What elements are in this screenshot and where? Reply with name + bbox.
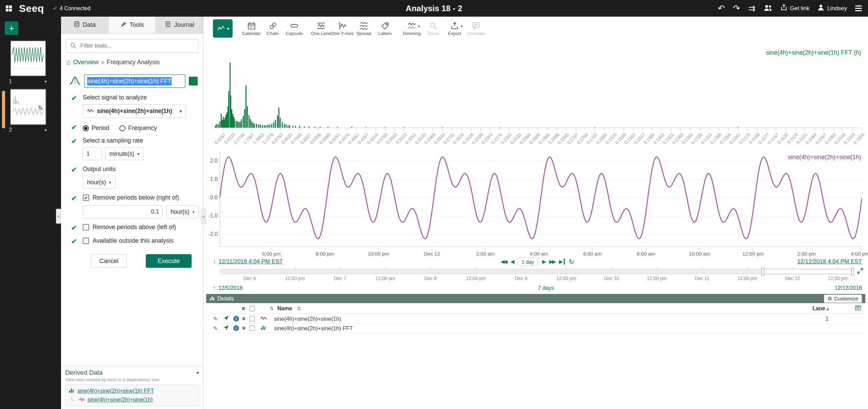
tab-journal[interactable]: Journal [156,17,203,33]
derived-data-header[interactable]: Derived Data ▾ [65,369,199,376]
frequency-radio[interactable]: Frequency [119,125,157,132]
sampling-unit-select[interactable]: minute(s) ▾ [105,147,144,160]
toolbar-annotate[interactable]: Annotate [465,19,487,36]
get-link-button[interactable]: Get link [781,4,810,13]
investigate-range-duration[interactable]: 7 days [538,285,554,291]
toolbar-one-y-axis[interactable]: One Y-Axis [332,19,353,36]
lane-column-header[interactable]: Lane ▴ [810,305,829,312]
available-outside-checkbox-row[interactable]: Available outside this analysis [83,237,198,244]
toolbar-one-lane[interactable]: One Lane [310,19,332,36]
remove-icon[interactable]: ✖ [242,316,246,321]
row-checkbox[interactable] [250,316,255,321]
fft-bar [328,127,329,128]
redo-icon[interactable]: ↷ [733,4,740,13]
step-backward-icon[interactable]: ◀ [511,259,514,265]
sort-icon[interactable]: ⇅ [270,306,274,311]
breadcrumb-overview-link[interactable]: Overview [73,59,99,66]
step-forward-icon[interactable]: ▶ [542,259,545,265]
display-range-start[interactable]: 12/11/2018 4:04 PM EST [219,258,283,265]
view-mode-button[interactable]: ▾ [213,19,233,38]
selected-range-region[interactable] [763,269,853,274]
refresh-icon[interactable]: ↻ [569,258,574,266]
toolbar-dimming[interactable]: ▾ Dimming [401,19,422,36]
pencil-icon[interactable]: ✎ [213,315,218,322]
signal-chart[interactable] [220,152,862,247]
execute-button[interactable]: Execute [146,254,192,268]
remove-icon[interactable]: ✖ [242,326,246,331]
send-icon[interactable] [223,325,229,332]
fft-x-tick [347,128,347,131]
row-checkbox[interactable] [250,326,255,331]
worksheet-1-menu-icon[interactable]: ▾ [44,79,47,84]
undo-icon[interactable]: ↶ [718,4,725,13]
tab-tools[interactable]: Tools [108,17,156,33]
toolbar-spread[interactable]: Spread [353,19,374,36]
investigate-range-end[interactable]: 12/12/2018 [835,285,862,291]
fft-x-tick [585,128,586,131]
sampling-rate-input[interactable] [83,147,102,160]
fft-chart[interactable] [214,51,862,128]
row-name[interactable]: sine(4h)+sine(2h)+sine(1h) FFT [274,325,353,331]
toolbar-calendar[interactable]: Calendar [241,19,262,36]
result-name-input[interactable]: sine(4h)+sine(2h)+sine(1h) FFT [84,74,185,88]
row-name[interactable]: sine(4h)+sine(2h)+sine(1h) [274,315,341,322]
fast-forward-icon[interactable]: ▶▶ [549,259,555,265]
sort-icon[interactable]: ⇅ [297,306,301,311]
remove-all-icon[interactable]: ✖ [241,306,245,311]
pencil-icon[interactable]: ✎ [213,325,218,331]
toolbar-labels[interactable]: Labels [374,19,396,36]
range-handle-right[interactable] [851,268,854,275]
toolbar-chain[interactable]: Chain [262,19,283,36]
users-icon[interactable] [764,4,772,13]
toolbar-capsule[interactable]: Capsule [283,19,305,36]
skip-to-now-icon[interactable]: ▶ [559,259,565,265]
filter-tools-input[interactable] [66,39,198,53]
seeq-logo[interactable]: Seeq [19,3,44,14]
details-row-signal[interactable]: ✎ i ✖ sine(4h)+sine(2h)+sine(1h) 1 [206,314,865,323]
send-icon[interactable] [223,315,229,322]
checkbox-checked-icon[interactable]: ✔ [83,194,89,201]
info-icon[interactable]: i [233,325,239,331]
investigate-timeline[interactable] [220,269,853,274]
app-switcher-icon[interactable] [5,4,13,13]
hamburger-menu-icon[interactable] [855,4,862,13]
remove-below-unit-select[interactable]: hour(s) ▾ [166,205,199,218]
range-handle-left[interactable] [762,268,764,275]
section-check-icon: ✔ [71,237,83,245]
worksheet-2-menu-icon[interactable]: ▾ [44,127,47,133]
select-all-checkbox[interactable] [250,306,255,311]
tab-data[interactable]: Data [61,17,108,33]
toolbar-export[interactable]: ▾ Export [444,19,465,36]
worksheet-thumbnail-2[interactable]: ✎ [10,89,46,125]
columns-icon[interactable] [855,305,861,312]
expand-range-icon[interactable] [857,268,863,275]
home-icon[interactable]: ⌂ [66,58,71,66]
checkbox-unchecked-icon[interactable] [83,238,89,244]
toolbar-zoom[interactable]: Zoom [422,19,444,36]
name-column-header[interactable]: Name [277,305,292,312]
investigate-range-start[interactable]: 12/5/2018 [218,285,242,291]
info-icon[interactable]: i [233,316,239,321]
color-swatch[interactable] [189,77,198,86]
collapse-tool-panel-handle[interactable]: « [201,209,206,224]
present-forward-icon[interactable]: ⇉ [748,4,755,13]
cancel-button[interactable]: Cancel [91,254,127,268]
derived-item-signal-link[interactable]: sine(4h)+sine(2h)+sine(1h) [87,397,153,403]
remove-below-checkbox-row[interactable]: ✔ Remove periods below (right of) [83,194,199,201]
derived-item-fft-link[interactable]: sine(4h)+sine(2h)+sine(1h) FFT [77,388,154,394]
signal-select[interactable]: sine(4h)+sine(2h)+sine(1h) ▾ [83,104,186,118]
output-unit-select[interactable]: hour(s) ▾ [83,176,116,189]
range-duration-button[interactable]: 1 day [517,258,538,266]
collapse-worksheet-rail-handle[interactable]: « [56,209,61,224]
worksheet-thumbnail-1[interactable] [10,40,46,76]
user-menu[interactable]: Lindsey [817,4,847,13]
fast-backward-icon[interactable]: ◀◀ [501,259,507,265]
add-worksheet-button[interactable]: + [5,21,18,35]
remove-above-checkbox-row[interactable]: Remove periods above (left of) [83,224,198,231]
details-row-fft[interactable]: ✎ i ✖ sine(4h)+sine(2h)+sine(1h) FFT [206,323,865,333]
remove-below-input[interactable] [83,205,163,218]
period-radio[interactable]: Period [83,125,109,132]
display-range-end[interactable]: 12/12/2018 4:04 PM EST [797,258,862,265]
checkbox-unchecked-icon[interactable] [83,224,89,230]
customize-button[interactable]: ⚙ Customize [824,295,862,303]
